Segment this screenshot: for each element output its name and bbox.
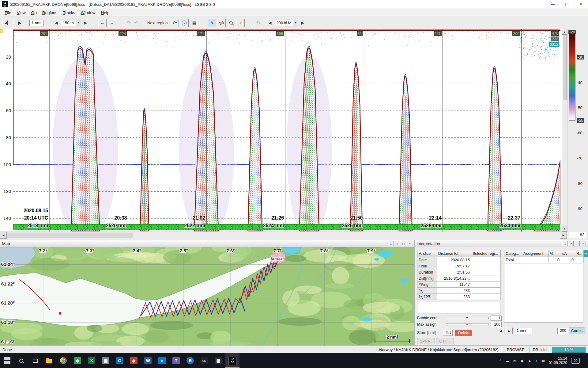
bubble-corr-slider[interactable]: ▼ xyxy=(446,317,489,319)
menu-view[interactable]: View xyxy=(14,10,28,16)
interp-next-button[interactable]: ▶ xyxy=(505,328,513,334)
menu-window[interactable]: Window xyxy=(78,10,98,16)
forward-button[interactable]: → xyxy=(108,19,116,27)
maximize-button[interactable]: ▢ xyxy=(560,0,574,9)
add-button[interactable]: + xyxy=(236,19,245,27)
layout-button[interactable]: ▦ xyxy=(190,19,198,27)
next-region-button[interactable]: Next region xyxy=(145,19,169,27)
network-icon[interactable]: ⇄ xyxy=(541,358,545,363)
interp-prev-button[interactable]: ◀ xyxy=(497,328,504,334)
vscroll-thumb[interactable] xyxy=(562,35,567,100)
map-options-button[interactable]: ... xyxy=(389,241,394,246)
menu-help[interactable]: Help xyxy=(98,10,112,16)
taskbar-lsss[interactable]: LSSS xyxy=(225,353,239,368)
scroll-down-icon[interactable]: ▼ xyxy=(562,226,567,232)
interpretation-collapse-button[interactable]: − xyxy=(581,241,586,246)
taskbar-edge[interactable]: e xyxy=(155,353,169,368)
redo-icon[interactable]: ↷ xyxy=(126,19,132,27)
close-button[interactable]: ✕ xyxy=(574,0,588,9)
interpretation-help-button[interactable]: ? xyxy=(568,241,574,246)
interpretation-restore-button[interactable]: ▢ xyxy=(575,241,580,246)
scroll-left-icon[interactable]: ◀ xyxy=(0,232,7,239)
menu-file[interactable]: File xyxy=(2,10,14,16)
zoom-button[interactable] xyxy=(227,19,235,27)
minimize-button[interactable]: — xyxy=(546,0,560,9)
horizontal-range-field[interactable]: 1 nmi xyxy=(29,20,43,26)
depth-range-prev-button[interactable]: ◀ xyxy=(53,19,59,27)
refresh-button[interactable]: ⟳ xyxy=(171,19,179,27)
echogram-hscrollbar[interactable]: ◀ ▶ xyxy=(0,232,567,238)
taskbar-outlook[interactable]: O xyxy=(113,353,127,368)
go-last-button[interactable]: ▕▶ xyxy=(13,19,23,27)
taskbar-clock[interactable]: 15:14 01.09.2020 xyxy=(549,356,567,365)
vslice-header[interactable]: Selected regi... xyxy=(471,250,501,257)
shield-icon[interactable]: ▲ xyxy=(528,358,532,363)
go-first-button[interactable]: ◀▏ xyxy=(2,19,12,27)
depth-range-next-button[interactable]: ▶ xyxy=(82,19,89,27)
notification-center-badge[interactable]: 20 xyxy=(571,358,580,364)
assignment-header[interactable]: % xyxy=(549,250,561,257)
frequency-next-button[interactable]: ▶ xyxy=(300,19,306,27)
draw-region-button[interactable]: ✎ xyxy=(208,19,216,27)
max-assign-value[interactable]: 100 xyxy=(491,322,502,327)
menu-tracks[interactable]: Tracks xyxy=(60,10,78,16)
tray-expand-icon[interactable]: ^ xyxy=(499,358,501,363)
taskbar-file-explorer[interactable] xyxy=(42,353,56,368)
assignment-prev-icon[interactable]: ◀ xyxy=(584,250,588,257)
max-assign-slider[interactable]: ▼ xyxy=(446,324,489,325)
chevron-down-icon[interactable]: ▼ xyxy=(293,20,298,26)
echogram-vscrollbar[interactable]: ▲ ▼ xyxy=(562,29,567,232)
delete-button[interactable]: Delete xyxy=(455,330,472,336)
taskbar-chrome[interactable] xyxy=(56,353,70,368)
echogram-image[interactable] xyxy=(13,29,560,232)
vslice-header[interactable]: Distance tot xyxy=(437,250,471,257)
assignment-header[interactable]: Assignment xyxy=(522,250,549,257)
interp-ping-field[interactable]: 200 xyxy=(557,328,568,334)
assignment-header[interactable]: Categ... xyxy=(504,250,522,257)
hscroll-thumb[interactable] xyxy=(7,232,133,238)
taskbar-store-app[interactable]: Sto xyxy=(197,353,211,368)
frequency-prev-button[interactable]: ◀ xyxy=(267,19,273,27)
info-button[interactable]: i xyxy=(180,19,189,27)
map-collapse-button[interactable]: − xyxy=(407,241,412,246)
volume-icon[interactable]: ♪ xyxy=(536,358,538,363)
onedrive-icon[interactable]: ☁ xyxy=(505,358,509,363)
taskbar-gray-app[interactable]: ▦ xyxy=(99,353,113,368)
depth-range-select[interactable]: 150 m ▼ xyxy=(61,20,81,26)
menu-regions[interactable]: Regions xyxy=(40,10,60,16)
menu-go[interactable]: Go xyxy=(28,10,40,16)
taskbar-snip-app[interactable]: ▨ xyxy=(211,353,225,368)
taskbar-excel[interactable]: X xyxy=(85,353,99,368)
assignment-header[interactable]: sA xyxy=(561,250,575,257)
map-restore-button[interactable]: ▢ xyxy=(401,241,406,246)
map-help-button[interactable]: ? xyxy=(395,241,400,246)
interpretation-options-button[interactable]: ... xyxy=(562,241,567,246)
taskbar-task-view[interactable] xyxy=(28,353,42,368)
frequency-select[interactable]: 200 kHz ▼ xyxy=(274,20,298,26)
current-button[interactable]: Curre... xyxy=(569,328,585,334)
back-button[interactable]: ← xyxy=(98,19,107,27)
taskbar-green-app[interactable]: ◈ xyxy=(70,353,85,368)
taskbar-search[interactable] xyxy=(14,353,28,368)
slider-thumb-icon[interactable]: ▼ xyxy=(466,323,468,326)
scroll-up-icon[interactable]: ▲ xyxy=(562,29,567,35)
taskbar-red-app[interactable]: ◆ xyxy=(127,353,141,368)
store-value-field[interactable]: 0.1 xyxy=(443,330,453,336)
tab-sprat[interactable]: SPRAT xyxy=(417,338,435,344)
rotate-icon[interactable]: ⟲ xyxy=(254,19,261,27)
taskbar-word[interactable]: W xyxy=(141,353,155,368)
erase-button[interactable] xyxy=(217,19,226,27)
chevron-down-icon[interactable]: ▼ xyxy=(76,20,81,26)
tab-other[interactable]: OTH... xyxy=(436,338,454,344)
threshold-value[interactable]: -82 xyxy=(569,232,586,238)
interp-range-field[interactable]: 1 nmi xyxy=(515,328,532,334)
taskbar-start[interactable] xyxy=(0,353,14,368)
taskbar-teams[interactable]: T xyxy=(169,353,183,368)
scroll-right-icon[interactable]: ▶ xyxy=(560,232,567,239)
map-view[interactable]: 7.2°7.3°7.4°7.5°7.6°7.7°7.8°7.9°61.24°61… xyxy=(0,247,414,346)
slider-thumb-icon[interactable]: ▼ xyxy=(466,316,468,320)
echogram[interactable]: 2812020.08.1520:14 UTC2518 nmi22420:3825… xyxy=(13,29,560,232)
mail-icon[interactable]: ✉ xyxy=(513,358,517,363)
map-image[interactable]: 7.2°7.3°7.4°7.5°7.6°7.7°7.8°7.9°61.24°61… xyxy=(0,247,414,346)
taskbar-r-app[interactable]: R xyxy=(183,353,197,368)
